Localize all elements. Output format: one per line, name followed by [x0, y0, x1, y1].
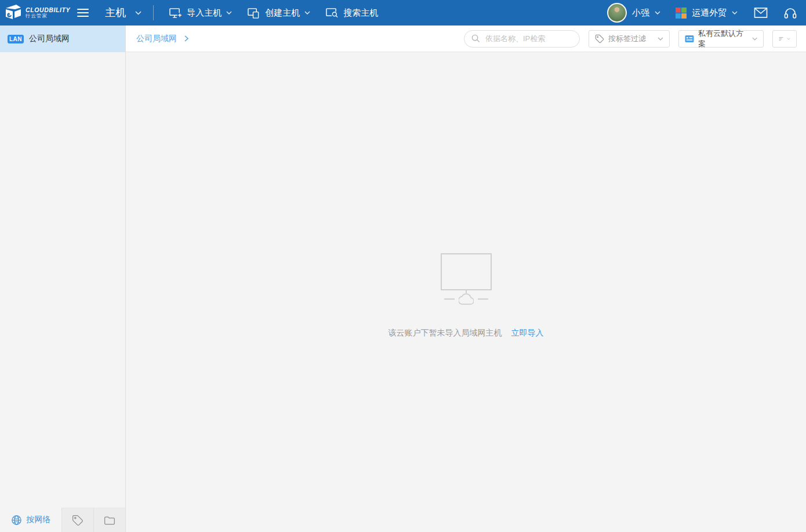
- import-now-link[interactable]: 立即导入: [511, 328, 544, 338]
- import-host-icon: [169, 7, 182, 19]
- chevron-down-icon: [658, 37, 663, 41]
- messages-button[interactable]: [754, 7, 768, 19]
- tag-filter-select[interactable]: 按标签过滤: [589, 30, 670, 48]
- user-name: 小强: [632, 8, 649, 19]
- workspace-squares-icon: [676, 8, 687, 19]
- module-switcher[interactable]: 主机: [105, 6, 141, 20]
- create-host-button[interactable]: 创建主机: [247, 7, 310, 19]
- tag-icon: [595, 34, 604, 43]
- toolbar: 公司局域网: [126, 25, 806, 52]
- chevron-down-icon: [752, 37, 757, 41]
- app-window: CLOUDBILITY 行云管家 主机 导入主机: [0, 0, 806, 532]
- main-area: 公司局域网: [126, 25, 806, 532]
- brand-subtitle: 行云管家: [26, 13, 70, 19]
- menu-toggle-button[interactable]: [77, 7, 91, 19]
- brand-text: CLOUDBILITY 行云管家: [26, 6, 70, 19]
- workspace-menu[interactable]: 运通外贸: [676, 8, 738, 19]
- topbar-divider: [153, 5, 154, 20]
- tab-by-folder[interactable]: [93, 508, 125, 532]
- sort-button[interactable]: [772, 30, 797, 48]
- search-host-icon: [325, 7, 339, 19]
- chevron-right-icon: [184, 35, 188, 42]
- search-host-button[interactable]: 搜索主机: [325, 7, 378, 19]
- import-host-label: 导入主机: [187, 8, 222, 19]
- chevron-down-icon: [655, 11, 660, 14]
- sidebar: LAN 公司局域网 按网络: [0, 25, 126, 532]
- lan-badge: LAN: [8, 35, 24, 43]
- host-list-content: 该云账户下暂未导入局域网主机 立即导入: [126, 52, 806, 532]
- import-host-button[interactable]: 导入主机: [169, 7, 232, 19]
- avatar: [607, 3, 627, 23]
- headset-icon: [784, 7, 797, 19]
- empty-state: 该云账户下暂未导入局域网主机 立即导入: [126, 52, 806, 338]
- globe-icon: [11, 515, 22, 526]
- module-label: 主机: [105, 6, 126, 20]
- tab-by-tag[interactable]: [61, 508, 93, 532]
- breadcrumb-label: 公司局域网: [136, 34, 177, 44]
- cloud-icon: [459, 293, 474, 305]
- scheme-select[interactable]: 私有云默认方案: [678, 30, 764, 48]
- search-input[interactable]: [484, 34, 572, 43]
- tag-filter-label: 按标签过滤: [608, 34, 646, 44]
- chevron-down-icon: [226, 11, 232, 14]
- sidebar-spacer: [0, 52, 125, 508]
- empty-monitor-cloud-icon: [126, 253, 806, 305]
- host-search-box: [464, 30, 580, 48]
- toolbar-controls: 按标签过滤 私有云默认方案: [464, 30, 797, 48]
- search-icon: [471, 34, 480, 43]
- mail-icon: [754, 7, 768, 19]
- sidebar-item-label: 公司局域网: [29, 34, 70, 44]
- tab-by-network-label: 按网络: [27, 515, 51, 525]
- sort-icon: [779, 35, 783, 42]
- create-host-icon: [247, 7, 260, 19]
- search-host-label: 搜索主机: [343, 8, 378, 19]
- scheme-card-icon: [685, 35, 694, 43]
- create-host-label: 创建主机: [265, 8, 300, 19]
- scheme-label: 私有云默认方案: [698, 28, 748, 49]
- brand-logo[interactable]: CLOUDBILITY 行云管家: [5, 3, 70, 22]
- folder-icon: [104, 515, 115, 526]
- tag-icon: [72, 515, 83, 526]
- body-row: LAN 公司局域网 按网络: [0, 25, 806, 532]
- cloudbility-logo-icon: [5, 3, 22, 22]
- chevron-down-icon: [135, 11, 141, 15]
- workspace-name: 运通外贸: [692, 8, 727, 19]
- sidebar-bottom-tabs: 按网络: [0, 508, 125, 532]
- user-menu[interactable]: 小强: [607, 3, 660, 23]
- breadcrumb[interactable]: 公司局域网: [136, 34, 188, 44]
- support-button[interactable]: [784, 7, 797, 19]
- sidebar-item-lan[interactable]: LAN 公司局域网: [0, 25, 125, 52]
- tab-by-network[interactable]: 按网络: [0, 508, 61, 532]
- chevron-down-icon: [787, 37, 790, 41]
- chevron-down-icon: [732, 11, 738, 14]
- empty-message: 该云账户下暂未导入局域网主机: [389, 328, 502, 338]
- topbar: CLOUDBILITY 行云管家 主机 导入主机: [0, 0, 806, 25]
- chevron-down-icon: [304, 11, 310, 14]
